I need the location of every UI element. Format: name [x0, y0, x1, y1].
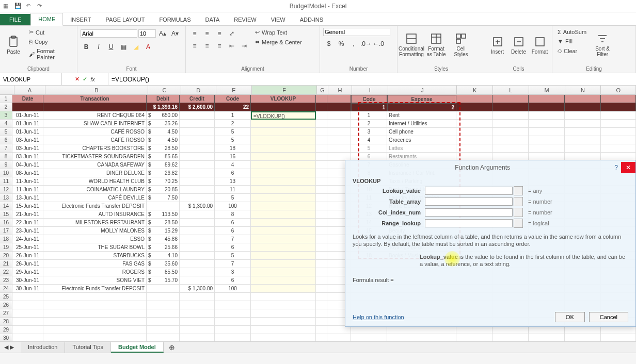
arg-input-1[interactable]: [425, 197, 513, 206]
cell-D12[interactable]: [180, 186, 215, 194]
cell-L3[interactable]: [492, 111, 529, 120]
cell-K3[interactable]: [456, 111, 492, 120]
col-header-I[interactable]: I: [352, 86, 388, 94]
cell-F18[interactable]: [251, 235, 316, 243]
help-link[interactable]: Help on this function: [353, 314, 404, 320]
cell-G12[interactable]: [316, 186, 327, 194]
row-header-8[interactable]: 8: [0, 153, 12, 161]
sheet-tab-introduction[interactable]: Introduction: [21, 342, 65, 353]
cell-C21[interactable]: $35.60: [147, 260, 180, 268]
cell-M7[interactable]: [529, 144, 565, 153]
cell-D4[interactable]: [180, 120, 215, 128]
font-size-combo[interactable]: [138, 29, 156, 38]
cell-E17[interactable]: 6: [215, 227, 251, 235]
border-button[interactable]: ▦: [118, 41, 129, 53]
cell-J1[interactable]: Expense: [387, 95, 456, 103]
format-as-table-button[interactable]: Format as Table: [425, 28, 447, 62]
cell-C17[interactable]: $15.29: [147, 227, 180, 235]
cell-E25[interactable]: [215, 293, 251, 301]
tab-page-layout[interactable]: PAGE LAYOUT: [98, 14, 152, 25]
col-header-F[interactable]: F: [252, 86, 317, 94]
cell-D20[interactable]: [180, 252, 215, 260]
cell-B18[interactable]: ESSO: [43, 235, 147, 243]
cell-C7[interactable]: $28.50: [147, 144, 180, 153]
row-header-28[interactable]: 28: [0, 318, 12, 326]
cell-A15[interactable]: 21-Jun-11: [12, 210, 43, 219]
cell-C1[interactable]: Debit: [147, 95, 180, 103]
cell-D10[interactable]: [180, 169, 215, 177]
cell-F29[interactable]: [251, 326, 316, 334]
cell-D8[interactable]: [180, 153, 215, 161]
tab-file[interactable]: FILE: [0, 14, 30, 25]
help-icon[interactable]: ?: [614, 164, 618, 171]
cell-C25[interactable]: [147, 293, 180, 301]
cell-E9[interactable]: 4: [215, 161, 251, 169]
cell-B21[interactable]: FAS GAS: [43, 260, 147, 268]
sheet-nav-icon[interactable]: ◀ ▶: [4, 344, 14, 351]
row-header-18[interactable]: 18: [0, 235, 12, 243]
row-header-22[interactable]: 22: [0, 268, 12, 276]
currency-icon[interactable]: $: [323, 38, 335, 49]
cell-D14[interactable]: $ 1,300.00: [180, 202, 215, 210]
cell-B29[interactable]: [43, 326, 147, 334]
row-header-14[interactable]: 14: [0, 202, 12, 210]
cell-L2[interactable]: [492, 103, 529, 111]
cell-F24[interactable]: [251, 285, 316, 293]
cell-A1[interactable]: Date: [12, 95, 43, 103]
cell-D1[interactable]: Credit: [180, 95, 215, 103]
cell-B26[interactable]: [43, 301, 147, 309]
cell-H2[interactable]: [327, 103, 351, 111]
cell-D18[interactable]: [180, 235, 215, 243]
range-picker-icon[interactable]: [514, 197, 523, 206]
col-header-M[interactable]: M: [529, 86, 565, 94]
cell-O3[interactable]: [601, 111, 636, 120]
cut-button[interactable]: ✂Cut: [27, 28, 74, 37]
cell-B16[interactable]: MILESTONES RESTAURANT: [43, 219, 147, 227]
row-header-16[interactable]: 16: [0, 219, 12, 227]
tab-home[interactable]: HOME: [30, 13, 63, 26]
cell-H5[interactable]: [327, 128, 351, 136]
undo-icon[interactable]: ↶: [26, 3, 33, 10]
cell-F1[interactable]: VLOOKUP: [251, 95, 316, 103]
cell-D29[interactable]: [180, 326, 215, 334]
function-arguments-dialog[interactable]: Function Arguments ? ✕ VLOOKUP Lookup_va…: [345, 160, 636, 327]
cell-B1[interactable]: Transaction: [43, 95, 147, 103]
enter-formula-icon[interactable]: ✓: [83, 76, 87, 82]
cell-L1[interactable]: [492, 95, 529, 103]
cell-K4[interactable]: [456, 120, 492, 128]
cell-O6[interactable]: [601, 136, 636, 144]
row-header-7[interactable]: 7: [0, 144, 12, 153]
cell-C23[interactable]: $15.70: [147, 276, 180, 285]
cell-F3[interactable]: =VLOOKUP(): [251, 111, 316, 120]
cell-F7[interactable]: [251, 144, 316, 153]
cell-G25[interactable]: [316, 293, 327, 301]
col-header-C[interactable]: C: [148, 86, 181, 94]
fx-icon[interactable]: fx: [90, 76, 95, 82]
cell-B20[interactable]: STARBUCKS: [43, 252, 147, 260]
cancel-formula-icon[interactable]: ✕: [75, 76, 80, 82]
cell-F11[interactable]: [251, 177, 316, 186]
cell-F25[interactable]: [251, 293, 316, 301]
cell-G23[interactable]: [316, 276, 327, 285]
cell-A19[interactable]: 25-Jun-11: [12, 243, 43, 252]
cell-I7[interactable]: 5: [351, 144, 387, 153]
cell-G20[interactable]: [316, 252, 327, 260]
cell-B11[interactable]: WORLD HEALTH CLUB: [43, 177, 147, 186]
col-header-H[interactable]: H: [328, 86, 352, 94]
cell-E6[interactable]: 5: [215, 136, 251, 144]
cell-A11[interactable]: 11-Jun-11: [12, 177, 43, 186]
cell-D24[interactable]: $ 1,300.00: [180, 285, 215, 293]
cell-E12[interactable]: 11: [215, 186, 251, 194]
cell-N2[interactable]: [565, 103, 601, 111]
cell-A12[interactable]: 11-Jun-11: [12, 186, 43, 194]
name-box[interactable]: [0, 73, 62, 85]
cell-G1[interactable]: [316, 95, 327, 103]
row-header-1[interactable]: 1: [0, 95, 12, 103]
cell-L7[interactable]: [492, 144, 529, 153]
row-header-24[interactable]: 24: [0, 285, 12, 293]
cell-B13[interactable]: CAFÉ DEVILLE: [43, 194, 147, 202]
sort-filter-button[interactable]: Sort & Filter: [592, 28, 613, 62]
col-header-L[interactable]: L: [493, 86, 529, 94]
cell-B6[interactable]: CAFÉ ROSSO: [43, 136, 147, 144]
cell-I5[interactable]: 3: [351, 128, 387, 136]
